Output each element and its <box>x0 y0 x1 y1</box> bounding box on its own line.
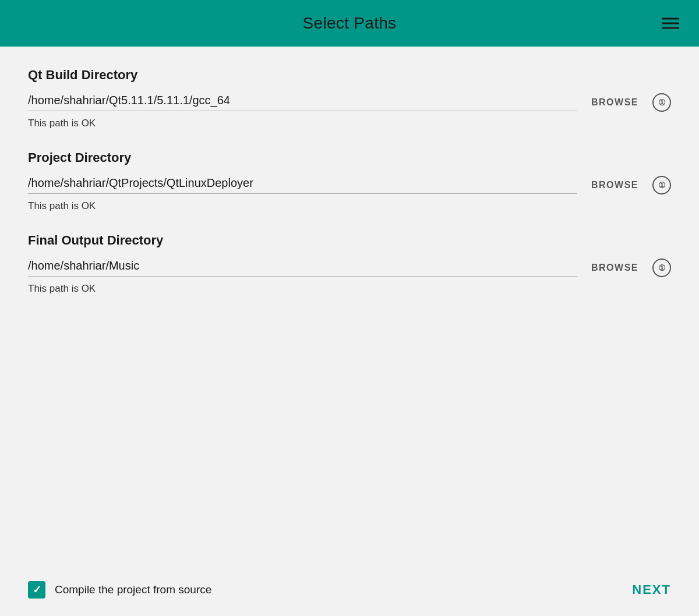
project-directory-row: BROWSE ① <box>28 176 671 194</box>
next-button[interactable]: NEXT <box>632 582 671 597</box>
info-icon: ① <box>658 181 666 189</box>
menu-button[interactable] <box>658 15 683 33</box>
info-icon: ① <box>658 264 666 272</box>
compile-checkbox-row: ✓ Compile the project from source <box>28 581 211 599</box>
final-output-directory-input-wrapper <box>28 259 577 277</box>
qt-build-directory-row: BROWSE ① <box>28 93 671 112</box>
info-icon: ① <box>658 98 666 107</box>
project-browse-button[interactable]: BROWSE <box>591 178 638 193</box>
page-title: Select Paths <box>303 14 397 33</box>
hamburger-icon <box>662 18 679 20</box>
qt-build-browse-button[interactable]: BROWSE <box>591 95 638 110</box>
final-output-directory-section: Final Output Directory BROWSE ① This pat… <box>28 233 671 295</box>
project-info-button[interactable]: ① <box>652 176 671 194</box>
qt-build-directory-input[interactable] <box>28 94 577 107</box>
header: Select Paths <box>0 0 699 47</box>
compile-checkbox[interactable]: ✓ <box>28 581 45 599</box>
final-output-browse-button[interactable]: BROWSE <box>591 260 638 275</box>
qt-build-directory-status: This path is OK <box>28 118 671 129</box>
project-directory-status: This path is OK <box>28 200 671 212</box>
app-container: Select Paths Qt Build Directory BROWSE ①… <box>0 0 699 616</box>
project-directory-input-wrapper <box>28 176 577 194</box>
qt-build-directory-section: Qt Build Directory BROWSE ① This path is… <box>28 68 671 129</box>
project-directory-section: Project Directory BROWSE ① This path is … <box>28 150 671 212</box>
hamburger-icon <box>662 27 679 29</box>
final-output-directory-status: This path is OK <box>28 283 671 295</box>
footer: ✓ Compile the project from source NEXT <box>0 564 699 616</box>
final-output-directory-label: Final Output Directory <box>28 233 671 248</box>
checkmark-icon: ✓ <box>33 583 41 596</box>
main-content: Qt Build Directory BROWSE ① This path is… <box>0 47 699 564</box>
qt-build-directory-input-wrapper <box>28 94 577 111</box>
qt-build-info-button[interactable]: ① <box>652 93 671 112</box>
final-output-info-button[interactable]: ① <box>652 259 671 277</box>
qt-build-directory-label: Qt Build Directory <box>28 68 671 83</box>
final-output-directory-row: BROWSE ① <box>28 259 671 277</box>
final-output-directory-input[interactable] <box>28 259 577 272</box>
compile-label: Compile the project from source <box>55 583 211 596</box>
project-directory-input[interactable] <box>28 176 577 190</box>
project-directory-label: Project Directory <box>28 150 671 165</box>
hamburger-icon <box>662 23 679 24</box>
